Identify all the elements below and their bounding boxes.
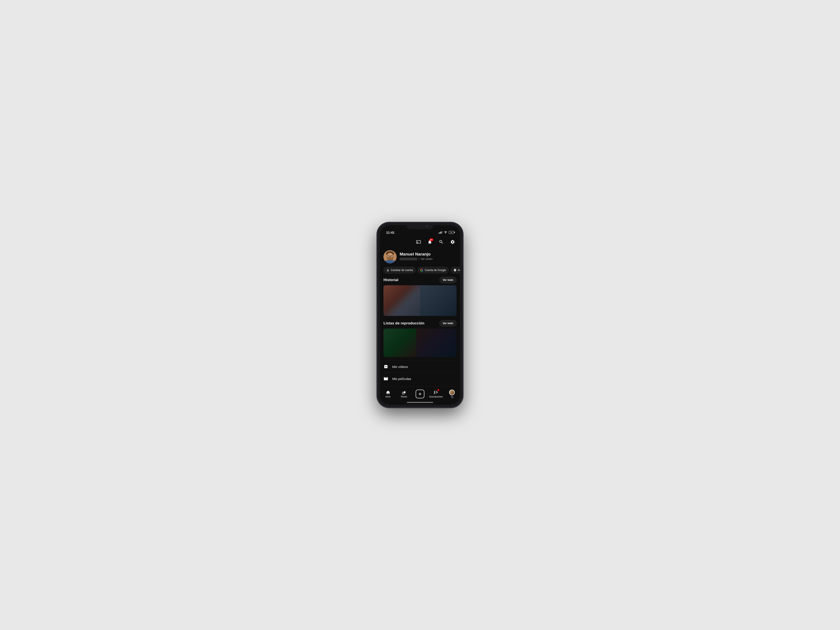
profile-info: Manuel Naranjo • Ver canal › [399, 252, 456, 262]
historial-header: Historial Ver todo [380, 277, 460, 285]
battery-icon: 24 [448, 231, 454, 234]
mis-videos-label: Mis vídeos [392, 365, 408, 369]
front-camera [426, 225, 428, 227]
settings-button[interactable] [448, 238, 456, 246]
film-icon [384, 376, 389, 381]
notch [406, 223, 434, 229]
avatar-image [384, 250, 396, 264]
shorts-icon [402, 390, 406, 395]
mis-videos-item[interactable]: Mis vídeos [380, 360, 460, 373]
nav-tu[interactable]: Tú [444, 390, 460, 398]
notification-button[interactable]: 9+ [426, 238, 434, 246]
historial-video-strip [384, 285, 456, 316]
playlists-strip [384, 328, 456, 357]
notification-badge: 9+ [429, 238, 433, 241]
nav-inicio-label: Inicio [385, 395, 390, 398]
profile-name: Manuel Naranjo [399, 252, 456, 257]
avatar[interactable] [384, 250, 396, 264]
phone-device: 11:41 24 [377, 223, 463, 407]
mis-peliculas-label: Mis películas [392, 377, 411, 381]
nav-subs-label: Suscripciones [429, 395, 443, 398]
playlist-thumb-2 [416, 328, 456, 357]
content-area[interactable]: 9+ [380, 236, 460, 387]
historial-ver-todo-button[interactable]: Ver todo [439, 277, 456, 283]
status-icons: 24 [439, 231, 454, 234]
google-account-button[interactable]: Cuenta de Google [417, 267, 448, 273]
status-time: 11:41 [386, 231, 395, 234]
cambiar-cuenta-button[interactable]: Cambiar de cuenta [384, 267, 415, 273]
subs-icon [434, 390, 438, 395]
playlists-ver-todo-button[interactable]: Ver todo [439, 320, 456, 326]
signal-icon [439, 231, 442, 234]
handle-blurred [399, 258, 417, 260]
playlist-thumb-1 [384, 328, 416, 357]
home-indicator [407, 402, 433, 403]
nav-add[interactable] [412, 390, 428, 398]
historial-thumb-2 [420, 285, 456, 316]
wifi-icon [444, 231, 447, 234]
add-button[interactable] [415, 390, 425, 398]
nav-tu-label: Tú [451, 396, 453, 398]
svg-point-9 [388, 257, 392, 259]
playlists-title: Listas de reproducción [384, 321, 425, 325]
mis-peliculas-item[interactable]: Mis películas [380, 373, 460, 385]
search-button[interactable] [437, 238, 445, 246]
action-buttons-row: Cambiar de cuenta Cuenta de Google [380, 267, 460, 277]
nav-inicio[interactable]: Inicio [380, 390, 396, 398]
nav-suscripciones[interactable]: Suscripciones [428, 390, 444, 398]
profile-section: Manuel Naranjo • Ver canal › [380, 248, 460, 267]
shield-icon [453, 268, 456, 272]
nav-avatar [449, 390, 455, 395]
ver-canal-link[interactable]: Ver canal › [421, 257, 433, 261]
play-square-icon [384, 364, 389, 369]
phone-screen: 11:41 24 [380, 225, 460, 405]
playlists-header: Listas de reproducción Ver todo [380, 320, 460, 328]
home-icon [386, 390, 390, 395]
activar-button[interactable]: Activa [451, 267, 460, 273]
historial-thumb-1 [384, 285, 420, 316]
svg-rect-8 [385, 260, 395, 264]
ver-canal-separator: • [418, 257, 419, 261]
cast-button[interactable] [415, 238, 422, 246]
google-icon [420, 268, 423, 272]
nav-shorts-label: Shorts [401, 395, 407, 398]
historial-title: Historial [384, 278, 398, 282]
nav-shorts[interactable]: Shorts [396, 390, 412, 398]
subs-badge [437, 389, 439, 391]
person-icon [386, 268, 389, 272]
profile-handle: • Ver canal › [399, 257, 456, 261]
youtube-toolbar: 9+ [380, 236, 460, 248]
